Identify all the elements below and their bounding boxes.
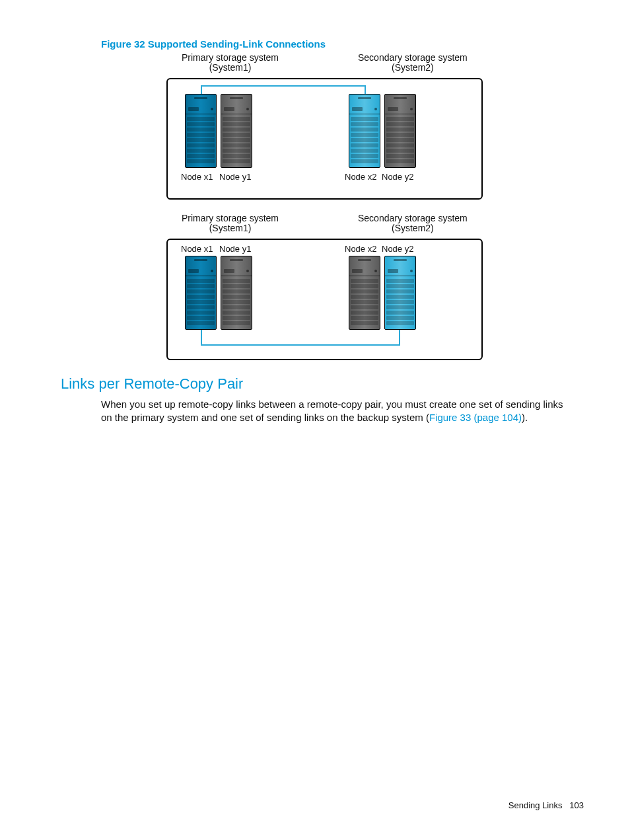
figure-cross-reference-link[interactable]: Figure 33 (page 104) [429,412,522,423]
page: Figure 32 Supported Sending-Link Connect… [0,0,630,840]
secondary-subtitle: (System2) [392,62,434,73]
page-footer: Sending Links 103 [508,800,584,810]
node-secondary-y2-2 [384,256,416,330]
footer-page-number: 103 [569,800,584,810]
node-primary-x1 [185,94,217,168]
secondary-subtitle-2: (System2) [392,223,434,233]
node-primary-y1 [221,94,252,168]
primary-title-2: Primary storage system [182,213,279,223]
node-label-x1: Node x1 [181,172,213,182]
node-label-y2-2: Node y2 [382,244,413,254]
node-primary-y1-2 [221,256,252,330]
node-label-y2: Node y2 [382,172,413,182]
secondary-title: Secondary storage system [358,52,468,63]
primary-subtitle: (System1) [209,62,252,73]
node-secondary-x2 [349,94,380,168]
figure-diagram-top: Primary storage system (System1) Seconda… [166,53,482,199]
node-label-x2: Node x2 [345,172,376,182]
secondary-title-2: Secondary storage system [358,213,468,223]
body-post: ). [522,412,528,423]
body-paragraph: When you set up remote-copy links betwee… [101,398,577,425]
figure-diagram-bottom: Primary storage system (System1) Seconda… [166,213,482,362]
figure-caption: Figure 32 Supported Sending-Link Connect… [101,38,326,50]
node-label-x1-2: Node x1 [181,244,213,254]
footer-section: Sending Links [508,800,563,810]
node-label-x2-2: Node x2 [345,244,376,254]
section-heading: Links per Remote-Copy Pair [61,375,243,393]
node-primary-x1-2 [185,256,217,330]
node-secondary-y2 [384,94,416,168]
primary-title: Primary storage system [182,52,279,63]
node-label-y1: Node y1 [219,172,251,182]
primary-subtitle-2: (System1) [209,223,252,233]
node-label-y1-2: Node y1 [219,244,251,254]
node-secondary-x2-2 [349,256,380,330]
